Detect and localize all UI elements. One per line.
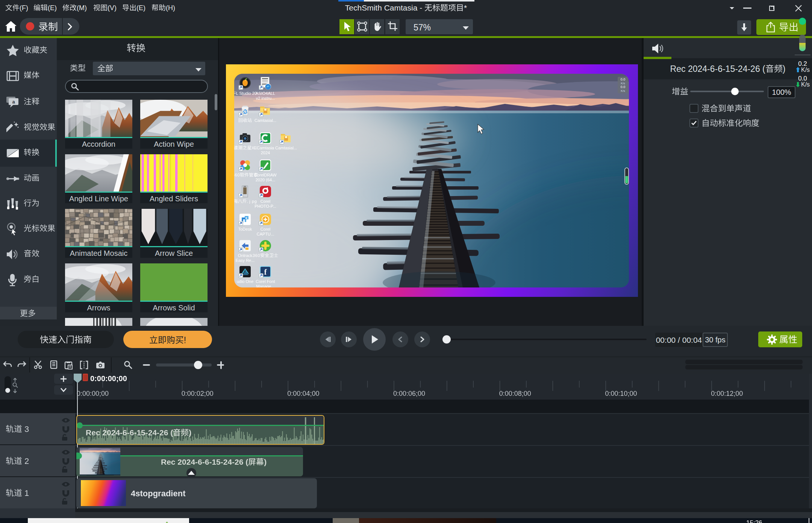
svg-text:0:00:00;00: 0:00:00;00 xyxy=(77,390,109,397)
svg-text:0:00:12;00: 0:00:12;00 xyxy=(711,390,743,397)
svg-text:0:00:06;00: 0:00:06;00 xyxy=(393,390,425,397)
svg-text:0:00:04;00: 0:00:04;00 xyxy=(287,390,319,397)
svg-text:0:00:10;00: 0:00:10;00 xyxy=(605,390,637,397)
svg-text:0:00:02;00: 0:00:02;00 xyxy=(182,390,214,397)
svg-text:0:00:08;00: 0:00:08;00 xyxy=(499,390,531,397)
